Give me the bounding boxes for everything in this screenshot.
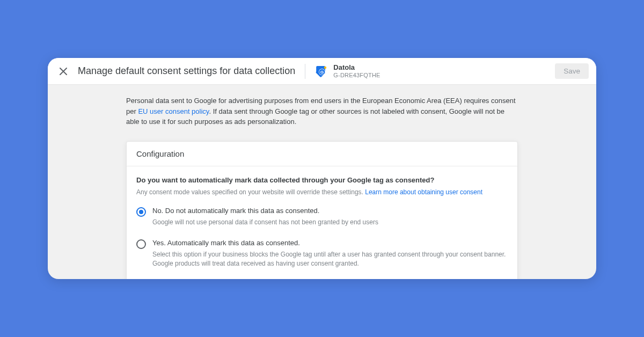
property-name: Datola — [333, 64, 380, 72]
svg-text:G: G — [320, 70, 324, 75]
option-yes-desc: Select this option if your business bloc… — [152, 250, 508, 269]
settings-dialog: Manage default consent settings for data… — [48, 58, 596, 279]
dialog-title: Manage default consent settings for data… — [78, 65, 295, 77]
radio-yes[interactable] — [136, 239, 146, 249]
configuration-card: Configuration Do you want to automatical… — [126, 141, 518, 280]
help-text-before: Any consent mode values specified on you… — [136, 188, 365, 196]
close-button[interactable] — [57, 65, 69, 77]
consent-option-yes[interactable]: Yes. Automatically mark this data as con… — [136, 239, 508, 269]
consent-help-text: Any consent mode values specified on you… — [136, 188, 508, 196]
google-tag-icon: G — [314, 64, 328, 78]
close-icon — [60, 68, 67, 75]
dialog-header: Manage default consent settings for data… — [48, 58, 596, 85]
dialog-content: Personal data sent to Google for adverti… — [48, 85, 596, 279]
intro-paragraph: Personal data sent to Google for adverti… — [126, 96, 518, 127]
property-id: G-DRE43FQTHE — [333, 72, 380, 79]
save-button[interactable]: Save — [555, 63, 589, 79]
radio-no[interactable] — [136, 207, 146, 217]
option-no-desc: Google will not use personal data if con… — [152, 218, 508, 227]
learn-more-link[interactable]: Learn more about obtaining user consent — [365, 188, 482, 196]
consent-option-no[interactable]: No. Do not automatically mark this data … — [136, 207, 508, 227]
header-divider — [305, 64, 305, 79]
consent-policy-link[interactable]: EU user consent policy — [138, 107, 209, 115]
svg-point-3 — [324, 67, 326, 69]
option-no-label: No. Do not automatically mark this data … — [152, 207, 508, 215]
property-indicator: G Datola G-DRE43FQTHE — [314, 64, 380, 79]
card-title: Configuration — [127, 142, 517, 166]
consent-question: Do you want to automatically mark data c… — [136, 176, 508, 184]
option-yes-label: Yes. Automatically mark this data as con… — [152, 239, 508, 247]
